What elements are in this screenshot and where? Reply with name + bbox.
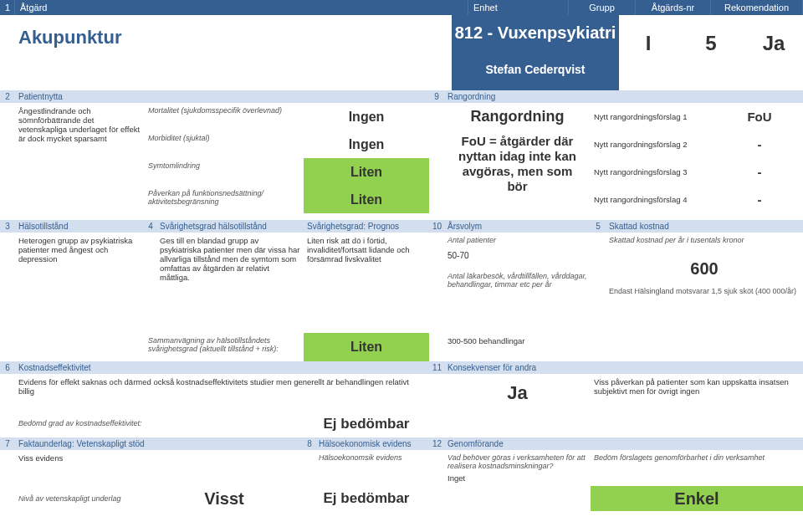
s10-ant-lbl: Antal patienter (448, 236, 587, 244)
s9-row-lbl: Nytt rangordningsförslag 4 (591, 192, 716, 207)
s10-besok-lbl: Antal läkarbesök, vårdtillfällen, vårdda… (448, 272, 587, 289)
header-row: 1 Åtgärd Enhet Grupp Åtgärds-nr Rekomend… (0, 0, 803, 15)
s10-num: 10 (429, 220, 444, 233)
s2-row-lbl: Påverkan på funktionsnedsättning/ aktivi… (145, 186, 304, 213)
hdr-rek: Rekomendation (711, 0, 803, 15)
s2-row-val: Liten (304, 186, 429, 213)
hdr-grupp: Grupp (569, 0, 636, 15)
s8-sub: Hälsoekonomsik evidens (315, 450, 429, 486)
s10-label: Årsvolym (444, 220, 591, 233)
s4-num: 4 (145, 220, 156, 233)
page-title: Akupunktur (0, 15, 452, 90)
fou-text: FoU = åtgärder där nyttan idag inte kan … (444, 130, 591, 197)
s11-val: Ja (444, 374, 591, 416)
s9-row-val: - (716, 192, 803, 207)
s12-num: 12 (429, 437, 444, 450)
s3-label: Hälsotillstånd (15, 220, 145, 233)
s11-note: Viss påverkan på patienter som kan uppsk… (591, 374, 803, 416)
s12-q: Vad behöver göras i verksamheten för att… (448, 453, 587, 470)
s6-gradval: Ej bedömbar (304, 416, 429, 437)
s7-label: Faktaunderlag: Vetenskapligt stöd (15, 437, 304, 450)
unit-block: 812 - Vuxenpsykiatri Stefan Cederqvist (452, 15, 619, 90)
s4-sumval: Liten (304, 333, 429, 361)
s6-gradlbl: Bedömd grad av kostnadseffektivitet: (15, 416, 304, 437)
s8-num: 8 (304, 437, 315, 450)
s6-desc: Evidens för effekt saknas och därmed ock… (15, 374, 429, 416)
hdr-atgard: Åtgärd (15, 0, 468, 15)
s5-note: Endast Hälsingland motsvarar 1,5 sjuk sk… (609, 287, 800, 295)
title-rek: Ja (744, 15, 803, 90)
unit-name: 812 - Vuxenpsykiatri (452, 23, 619, 43)
hdr-atgardsnr: Åtgärds-nr (636, 0, 711, 15)
s9-num: 9 (429, 90, 444, 103)
s7-nivlbl: Nivå av vetenskapligt underlag (15, 491, 145, 506)
s4-label: Svårighetsgrad hälsotillstånd (156, 220, 304, 233)
s10-ant-val: 50-70 (448, 251, 587, 260)
s11-label: Konsekvenser för andra (444, 361, 803, 374)
s9-row-val: FoU (716, 110, 803, 124)
s4-desc: Ges till en blandad grupp av psykiatrisk… (156, 233, 304, 333)
hdr-num: 1 (0, 0, 15, 15)
title-grupp: I (619, 15, 678, 90)
prognos-label: Svårighetsgrad: Prognos (304, 220, 429, 233)
s12-rval: Enkel (591, 486, 803, 511)
s7-num: 7 (0, 437, 15, 450)
s2-label: Patientnytta (15, 90, 429, 103)
s4-sumlbl: Sammanvägning av hälsotillståndets svåri… (145, 333, 304, 361)
s6-num: 6 (0, 361, 15, 374)
s2-num: 2 (0, 90, 15, 103)
s7-desc: Viss evidens (15, 450, 304, 486)
s3-num: 3 (0, 220, 15, 233)
s9-row-val: - (716, 137, 803, 151)
s2-row-lbl: Morbiditet (sjuktal) (145, 130, 304, 158)
s12-label: Genomförande (444, 437, 803, 450)
s8-label: Hälsoekonomisk evidens (315, 437, 429, 450)
s9-row-val: - (716, 165, 803, 179)
s5-num: 5 (591, 220, 606, 233)
s5-val: 600 (609, 259, 800, 279)
s3-desc: Heterogen grupp av psykiatriska patiente… (15, 233, 145, 333)
s6-label: Kostnadseffektivitet (15, 361, 429, 374)
s2-row-lbl: Mortalitet (sjukdomsspecifik överlevnad) (145, 103, 304, 130)
s7-nivval: Visst (145, 489, 304, 509)
s12-a: Inget (448, 473, 587, 483)
s5-label: Skattad kostnad (606, 220, 803, 233)
title-row: Akupunktur 812 - Vuxenpsykiatri Stefan C… (0, 15, 803, 90)
s2-row-val: Liten (304, 158, 429, 186)
s9-row-lbl: Nytt rangordningsförslag 2 (591, 136, 716, 152)
prognos-desc: Liten risk att dö i förtid, invaliditet/… (304, 233, 429, 333)
s5-sub: Skattad kostnad per år i tusentals krono… (609, 236, 800, 244)
s2-row-val: Ingen (304, 130, 429, 158)
rang-label: Rangordning (444, 103, 591, 130)
s9-label: Rangordning (444, 90, 803, 103)
s2-desc: Ångestlindrande och sömnförbättrande det… (15, 103, 145, 220)
s8-val: Ej bedömbar (304, 490, 429, 507)
s10-besok-val: 300-500 behandlingar (444, 333, 591, 361)
s11-num: 11 (429, 361, 444, 374)
s9-row-lbl: Nytt rangordningsförslag 3 (591, 164, 716, 180)
s9-row-lbl: Nytt rangordningsförslag 1 (591, 109, 716, 125)
s2-row-val: Ingen (304, 103, 429, 130)
s2-row-lbl: Symtomlindring (145, 158, 304, 186)
title-nr: 5 (678, 15, 744, 90)
hdr-enhet: Enhet (468, 0, 569, 15)
s12-rlbl: Bedöm förslagets genomförbarhet i din ve… (591, 450, 803, 486)
author-name: Stefan Cederqvist (452, 63, 619, 76)
